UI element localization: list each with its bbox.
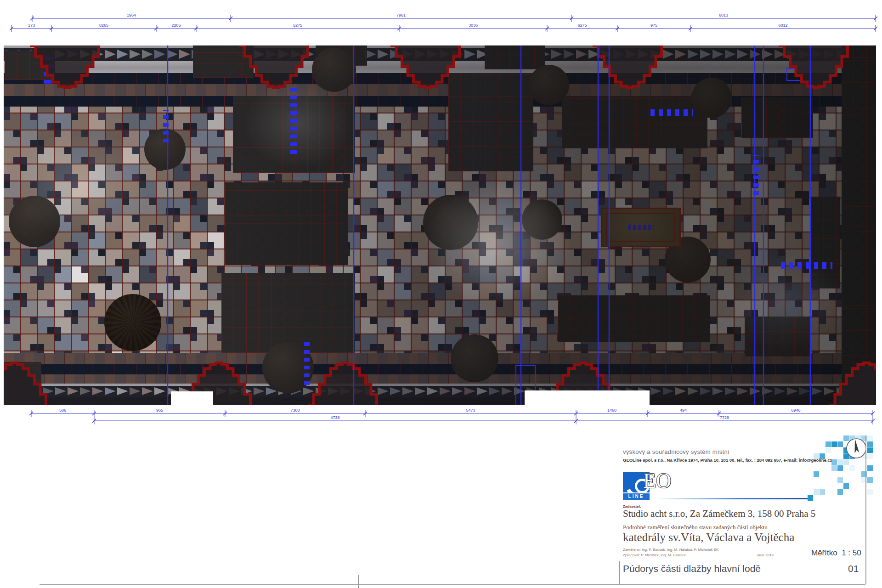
triangle-motif (737, 50, 748, 59)
triangle-motif (303, 387, 314, 395)
medallion-circle (529, 65, 569, 105)
triangle-motif (130, 50, 141, 59)
blue-annotation (753, 155, 759, 195)
triangle-motif (477, 387, 488, 395)
triangle-motif (650, 387, 662, 395)
drawing-sheet: 1964796160131738265228552753036627597560… (0, 0, 882, 588)
medallion-circle (423, 195, 478, 250)
triangle-motif (688, 50, 699, 59)
bottom-edge-band (4, 397, 876, 405)
carpet-area (562, 96, 707, 148)
triangle-motif (254, 387, 265, 395)
dimension-label: 5275 (293, 23, 302, 28)
triangle-motif (365, 387, 376, 395)
triangle-motif (179, 50, 190, 59)
orthophoto-plan (4, 45, 876, 405)
silver-band-top (4, 61, 876, 73)
triangle-motif (650, 50, 662, 59)
triangle-motif (489, 387, 500, 395)
carpet-area (193, 45, 254, 78)
triangle-motif (427, 50, 438, 59)
navy-band-top-1 (4, 73, 876, 84)
carpet-area (485, 45, 545, 69)
triangle-motif (278, 50, 289, 59)
triangle-motif (216, 387, 227, 395)
titleblock-left-border (619, 561, 620, 584)
small-tile-row-top (4, 84, 876, 96)
triangle-motif (105, 50, 116, 59)
triangle-motif (241, 387, 252, 395)
sheet-title: Púdorys části dlažby hlavní lodě (623, 563, 761, 574)
triangle-motif (812, 50, 823, 59)
blue-annotation (290, 85, 297, 154)
scale-value: 1 : 50 (842, 548, 861, 557)
triangle-motif (824, 387, 835, 395)
triangle-motif (551, 50, 562, 59)
dimension-label: 975 (650, 23, 657, 28)
triangle-motif (452, 387, 463, 395)
triangle-motif (55, 50, 66, 59)
dimension-label: 494 (680, 408, 687, 413)
carpet-area (448, 73, 533, 171)
carpet-area (225, 182, 348, 265)
triangle-motif (142, 50, 153, 59)
triangle-motif (229, 387, 240, 395)
triangle-motif (316, 387, 327, 395)
triangle-motif (291, 50, 302, 59)
triangle-motif (340, 387, 351, 395)
triangle-motif (452, 50, 463, 59)
triangle-motif (588, 50, 599, 59)
triangle-motif (799, 387, 810, 395)
triangle-motif (750, 387, 761, 395)
triangle-motif (415, 387, 426, 395)
triangle-motif (775, 387, 786, 395)
scale-label: Měřítko (811, 548, 837, 557)
dimension-label: 6275 (577, 23, 587, 28)
blue-annotation (781, 262, 832, 269)
triangle-motif (390, 387, 401, 395)
triangle-motif (700, 50, 711, 59)
triangle-motif (750, 50, 761, 59)
blue-annotation (163, 110, 169, 142)
blue-annotation (786, 68, 811, 81)
triangle-motif (638, 50, 649, 59)
triangle-motif (440, 50, 451, 59)
triangle-motif (402, 387, 413, 395)
triangle-motif (675, 387, 686, 395)
triangle-motif (700, 387, 711, 395)
triangle-motif (427, 387, 438, 395)
medallion-circle (691, 78, 732, 118)
triangle-motif (266, 50, 277, 59)
tomb-plaque (601, 208, 681, 247)
dimension-label: 173 (28, 23, 35, 28)
triangle-motif (440, 387, 451, 395)
triangle-motif (737, 387, 748, 395)
triangle-motif (68, 50, 79, 59)
triangle-motif (68, 387, 79, 395)
carpet-area (811, 197, 840, 288)
dimension-label: 7380 (290, 408, 300, 413)
triangle-motif (117, 50, 128, 59)
logo-geo-text: EO (643, 469, 671, 493)
geoline-logo: EO LINE (623, 472, 761, 501)
dimension-label: 6013 (719, 13, 728, 17)
carpet-area (221, 273, 355, 353)
triangle-motif (390, 50, 401, 59)
triangle-motif (415, 50, 426, 59)
drawing-date: únor 2018 (757, 553, 774, 557)
dimension-label: 1964 (127, 13, 136, 17)
medallion-circle (312, 48, 356, 92)
triangle-motif (154, 387, 165, 395)
triangle-motif (502, 387, 513, 395)
triangle-motif (663, 50, 674, 59)
triangle-motif (812, 387, 823, 395)
triangle-motif (626, 50, 637, 59)
triangle-motif (712, 387, 724, 395)
navy-band-bottom (4, 364, 876, 374)
triangle-frieze-bottom (4, 386, 876, 397)
carpet-area (741, 97, 813, 138)
dimension-label: 5473 (466, 408, 475, 413)
triangle-motif (762, 387, 773, 395)
carpet-area (558, 295, 710, 342)
medallion-circle (104, 294, 161, 351)
